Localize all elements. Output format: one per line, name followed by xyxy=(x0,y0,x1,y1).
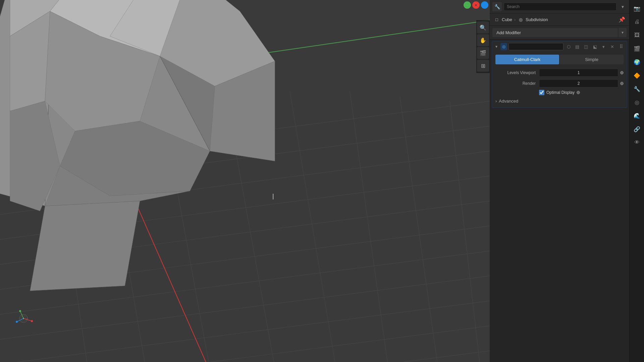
render-level-row: Render xyxy=(495,79,624,88)
object-icon: □ xyxy=(494,17,500,23)
physics-icon: 🌊 xyxy=(634,113,640,119)
optimal-display-row: Optimal Display xyxy=(495,90,624,95)
zoom-icon: 🔍 xyxy=(480,24,486,31)
add-modifier-bar: Add Modifier ▾ xyxy=(490,26,629,40)
panel-collapse-button[interactable]: ▾ xyxy=(619,3,627,11)
data-icon: 👁 xyxy=(634,139,640,145)
panel-header: 🔧 ▾ xyxy=(490,0,629,14)
render-input[interactable] xyxy=(539,79,618,87)
breadcrumb-modifier-name[interactable]: Subdivision xyxy=(526,17,548,22)
breadcrumb-separator: › xyxy=(514,17,516,22)
pan-tool-button[interactable]: ✋ xyxy=(477,34,489,46)
viewport-canvas xyxy=(0,0,490,362)
advanced-section: › Advanced xyxy=(495,97,624,105)
viewport[interactable]: | × 🔍 ✋ 🎬 ⊞ xyxy=(0,0,490,362)
expand-icon: ▾ xyxy=(602,44,605,49)
scene-icon: 🎬 xyxy=(634,46,640,52)
svg-point-43 xyxy=(16,321,18,323)
optimal-display-checkbox[interactable] xyxy=(539,90,544,95)
breadcrumb: □ Cube › ◎ Subdivision 📌 xyxy=(490,14,629,26)
sidebar-item-physics[interactable]: 🌊 xyxy=(631,110,643,121)
optimal-display-label: Optimal Display xyxy=(546,90,575,95)
sidebar-item-particles[interactable]: ◎ xyxy=(631,97,643,108)
window-close-button[interactable]: × xyxy=(472,1,480,9)
levels-viewport-keyframe-dot[interactable] xyxy=(620,71,624,74)
zoom-tool-button[interactable]: 🔍 xyxy=(477,21,489,34)
optimal-display-keyframe-dot[interactable] xyxy=(577,91,580,94)
render-value-container xyxy=(539,79,624,87)
object-props-icon: 🔶 xyxy=(634,72,640,79)
sidebar-item-output[interactable]: 🖨 xyxy=(631,16,643,27)
modifier-card: ▾ ◎ ⬡ ▤ ◫ ⬕ xyxy=(492,41,627,108)
levels-viewport-label: Levels Viewport xyxy=(495,70,539,75)
levels-viewport-row: Levels Viewport xyxy=(495,68,624,77)
render-keyframe-dot[interactable] xyxy=(620,82,624,85)
modifier-header: ▾ ◎ ⬡ ▤ ◫ ⬕ xyxy=(492,41,627,52)
edit-icon: ◫ xyxy=(584,44,588,49)
main-layout: | × 🔍 ✋ 🎬 ⊞ xyxy=(0,0,644,362)
svg-point-39 xyxy=(31,320,33,322)
particles-icon: ◎ xyxy=(635,99,639,106)
search-input[interactable] xyxy=(504,3,616,11)
svg-point-41 xyxy=(19,310,21,312)
svg-line-40 xyxy=(20,311,23,318)
modifier-edit-button[interactable]: ◫ xyxy=(582,43,590,51)
levels-viewport-input[interactable] xyxy=(539,69,618,77)
cage-icon: ⬕ xyxy=(593,44,597,49)
realtime-icon: ⬡ xyxy=(567,44,571,49)
window-controls: × xyxy=(462,0,490,10)
modifier-cage-button[interactable]: ⬕ xyxy=(591,43,598,51)
modifier-name-input[interactable] xyxy=(508,43,564,50)
sidebar-item-constraints[interactable]: 🔗 xyxy=(631,123,643,135)
advanced-header[interactable]: › Advanced xyxy=(495,97,624,105)
modifier-more-button[interactable]: ⠿ xyxy=(618,43,625,51)
close-icon: ✕ xyxy=(610,44,614,49)
render-icon: ▤ xyxy=(575,44,579,49)
window-maximize-button[interactable] xyxy=(464,1,471,9)
sidebar-item-modifier[interactable]: 🔧 xyxy=(631,83,643,95)
layers-icon: 🖼 xyxy=(634,32,640,38)
advanced-chevron-icon: › xyxy=(495,99,497,104)
modifier-props-icon: 🔧 xyxy=(634,86,640,92)
viewport-toolbar: 🔍 ✋ 🎬 ⊞ xyxy=(476,20,490,73)
orbit-tool-button[interactable]: 🎬 xyxy=(477,47,489,59)
sidebar-item-render[interactable]: 📷 xyxy=(631,3,643,14)
modifier-realtime-button[interactable]: ⬡ xyxy=(565,43,572,51)
grid-icon: ⊞ xyxy=(481,63,485,69)
sidebar-item-world[interactable]: 🌍 xyxy=(631,56,643,68)
svg-line-38 xyxy=(23,318,32,321)
catmull-clark-button[interactable]: Catmull-Clark xyxy=(495,55,559,64)
sidebar-item-data[interactable]: 👁 xyxy=(631,137,643,148)
axis-indicator xyxy=(13,308,34,328)
modifier-render-button[interactable]: ▤ xyxy=(574,43,581,51)
world-icon: 🌍 xyxy=(634,59,640,65)
modifier-type-icon: ◎ xyxy=(500,43,507,50)
modifier-expand-button[interactable]: ▾ xyxy=(600,43,607,51)
window-minimize-button[interactable] xyxy=(481,1,488,9)
icon-sidebar: 📷 🖨 🖼 🎬 🌍 🔶 🔧 ◎ � xyxy=(629,0,644,362)
modifier-tab-icon: 🔧 xyxy=(494,4,500,9)
pin-button[interactable]: 📌 xyxy=(619,16,625,23)
properties-panel: 🔧 ▾ □ Cube › ◎ Subdivision 📌 Add Modifie… xyxy=(490,0,629,362)
modifier-delete-button[interactable]: ✕ xyxy=(609,43,616,51)
sidebar-item-view-layer[interactable]: 🖼 xyxy=(631,29,643,41)
sidebar-item-scene[interactable]: 🎬 xyxy=(631,43,643,54)
simple-button[interactable]: Simple xyxy=(560,55,624,64)
hand-icon: ✋ xyxy=(480,37,486,44)
breadcrumb-object-name[interactable]: Cube xyxy=(502,17,512,22)
projection-tool-button[interactable]: ⊞ xyxy=(477,60,489,72)
svg-marker-26 xyxy=(30,201,140,291)
constraints-icon: 🔗 xyxy=(634,126,640,132)
add-modifier-dropdown-button[interactable]: ▾ xyxy=(619,28,627,37)
modifier-collapse-button[interactable]: ▾ xyxy=(494,44,499,49)
advanced-label: Advanced xyxy=(499,99,518,104)
render-label: Render xyxy=(495,81,539,86)
modifier-body: Catmull-Clark Simple Levels Viewport Ren xyxy=(492,52,627,108)
right-panel: 🔧 ▾ □ Cube › ◎ Subdivision 📌 Add Modifie… xyxy=(490,0,644,362)
panel-menu-button[interactable]: 🔧 xyxy=(492,2,502,11)
add-modifier-button[interactable]: Add Modifier xyxy=(492,28,618,37)
sidebar-item-object[interactable]: 🔶 xyxy=(631,70,643,81)
dots-icon: ⠿ xyxy=(620,44,623,49)
print-icon: 🖨 xyxy=(634,19,640,25)
svg-line-42 xyxy=(17,318,23,322)
